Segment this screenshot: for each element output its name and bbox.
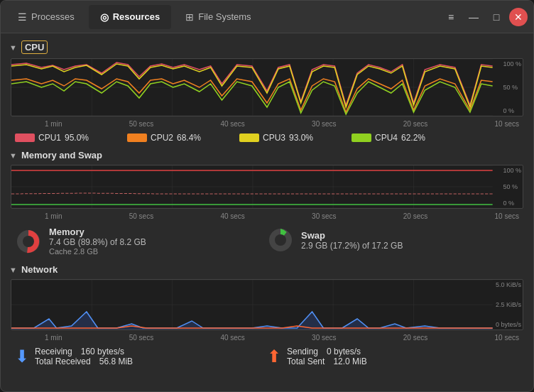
cpu3-label: CPU3 (263, 133, 285, 143)
cpu-section: ▼ CPU (9, 39, 525, 144)
content-area: ▼ CPU (1, 33, 533, 391)
minimize-button[interactable]: — (464, 7, 484, 27)
swap-value: 2.9 GB (17.2%) of 17.2 GB (301, 241, 403, 251)
download-arrow-icon: ⬇ (15, 347, 29, 366)
cpu2-label: CPU2 (151, 133, 173, 143)
memory-title: Memory (49, 227, 146, 237)
cpu1-color (15, 134, 35, 142)
cpu2-value: 68.4% (177, 133, 201, 143)
network-section: ▼ Network (9, 263, 525, 368)
total-received-value: 56.8 MiB (99, 356, 133, 366)
network-chart (11, 280, 523, 330)
tab-resources[interactable]: ◎ Resources (89, 5, 171, 29)
cpu1-label: CPU1 (38, 133, 61, 143)
swap-text: Swap 2.9 GB (17.2%) of 17.2 GB (301, 230, 403, 251)
memory-section-header: ▼ Memory and Swap (9, 148, 525, 162)
cpu4-legend: CPU4 62.2% (352, 133, 458, 143)
network-section-header: ▼ Network (9, 263, 525, 276)
cpu-section-header: ▼ CPU (9, 39, 525, 55)
cpu4-color (352, 134, 371, 142)
maximize-button[interactable]: □ (486, 7, 506, 27)
total-received-label: Total Received (35, 356, 91, 366)
sending-value: 0 bytes/s (327, 347, 361, 356)
filesystems-icon: ⊞ (185, 11, 194, 23)
tab-processes[interactable]: ☰ Processes (6, 5, 86, 29)
memory-section-label: Memory and Swap (21, 150, 102, 160)
tab-resources-label: Resources (113, 11, 160, 22)
cpu-chart-container: 100 % 50 % 0 % (11, 58, 523, 116)
close-button[interactable]: ✕ (509, 8, 528, 26)
memory-chart (11, 165, 523, 208)
cpu1-legend: CPU1 95.0% (15, 133, 121, 143)
swap-info: Swap 2.9 GB (17.2%) of 17.2 GB (267, 227, 519, 254)
menu-button[interactable]: ≡ (441, 7, 461, 27)
sending-text: Sending 0 bytes/s Total Sent 12.0 MiB (287, 347, 367, 366)
memory-info-row: Memory 7.4 GB (89.8%) of 8.2 GB Cache 2.… (9, 224, 525, 258)
sending-info: ⬆ Sending 0 bytes/s Total Sent 12.0 MiB (267, 347, 519, 366)
total-sent-value: 12.0 MiB (333, 356, 366, 366)
cpu-legend: CPU1 95.0% CPU2 68.4% CPU3 93.0% CPU4 62… (9, 131, 525, 144)
network-collapse-arrow[interactable]: ▼ (9, 266, 17, 274)
cpu-chart (11, 59, 523, 116)
cpu2-legend: CPU2 68.4% (127, 133, 234, 143)
cpu-section-label: CPU (21, 40, 48, 54)
sending-label: Sending (287, 347, 318, 356)
cpu2-color (127, 134, 147, 142)
memory-info: Memory 7.4 GB (89.8%) of 8.2 GB Cache 2.… (15, 227, 267, 256)
cpu3-legend: CPU3 93.0% (239, 133, 346, 143)
network-section-label: Network (21, 264, 58, 275)
memory-text: Memory 7.4 GB (89.8%) of 8.2 GB Cache 2.… (49, 227, 146, 256)
memory-section: ▼ Memory and Swap (9, 148, 525, 258)
cpu3-value: 93.0% (289, 133, 313, 143)
memory-value: 7.4 GB (89.8%) of 8.2 GB (49, 237, 146, 247)
cpu4-value: 62.2% (401, 133, 425, 143)
cpu1-value: 95.0% (65, 133, 89, 143)
memory-x-labels: 1 min 50 secs 40 secs 30 secs 20 secs 10… (9, 212, 525, 221)
svg-point-19 (275, 234, 286, 246)
receiving-info: ⬇ Receiving 160 bytes/s Total Received 5… (15, 347, 267, 366)
memory-pie-chart (15, 228, 42, 255)
processes-icon: ☰ (18, 11, 27, 23)
upload-arrow-icon: ⬆ (267, 347, 281, 366)
network-info-row: ⬇ Receiving 160 bytes/s Total Received 5… (9, 345, 525, 368)
receiving-value: 160 bytes/s (81, 347, 124, 356)
titlebar: ☰ Processes ◎ Resources ⊞ File Systems ≡… (1, 1, 533, 33)
receiving-text: Receiving 160 bytes/s Total Received 56.… (35, 347, 133, 366)
memory-collapse-arrow[interactable]: ▼ (9, 151, 17, 160)
window-controls: ≡ — □ ✕ (441, 7, 528, 27)
swap-pie-chart (267, 227, 294, 254)
svg-point-17 (23, 236, 34, 247)
tab-filesystems[interactable]: ⊞ File Systems (174, 5, 262, 29)
tab-processes-label: Processes (31, 11, 75, 22)
receiving-label: Receiving (35, 347, 72, 356)
cpu4-label: CPU4 (375, 133, 398, 143)
cpu-x-labels: 1 min 50 secs 40 secs 30 secs 20 secs 10… (9, 119, 525, 129)
cpu3-color (239, 134, 259, 142)
network-x-labels: 1 min 50 secs 40 secs 30 secs 20 secs 10… (9, 333, 525, 342)
resources-icon: ◎ (100, 11, 109, 23)
tab-filesystems-label: File Systems (198, 11, 251, 22)
main-window: ☰ Processes ◎ Resources ⊞ File Systems ≡… (0, 0, 534, 392)
network-chart-container: 5.0 KiB/s 2.5 KiB/s 0 bytes/s (11, 279, 523, 330)
total-sent-label: Total Sent (287, 356, 325, 366)
memory-sub: Cache 2.8 GB (49, 247, 146, 256)
memory-chart-container: 100 % 50 % 0 % (11, 165, 523, 209)
swap-title: Swap (301, 230, 403, 241)
cpu-collapse-arrow[interactable]: ▼ (9, 43, 17, 52)
